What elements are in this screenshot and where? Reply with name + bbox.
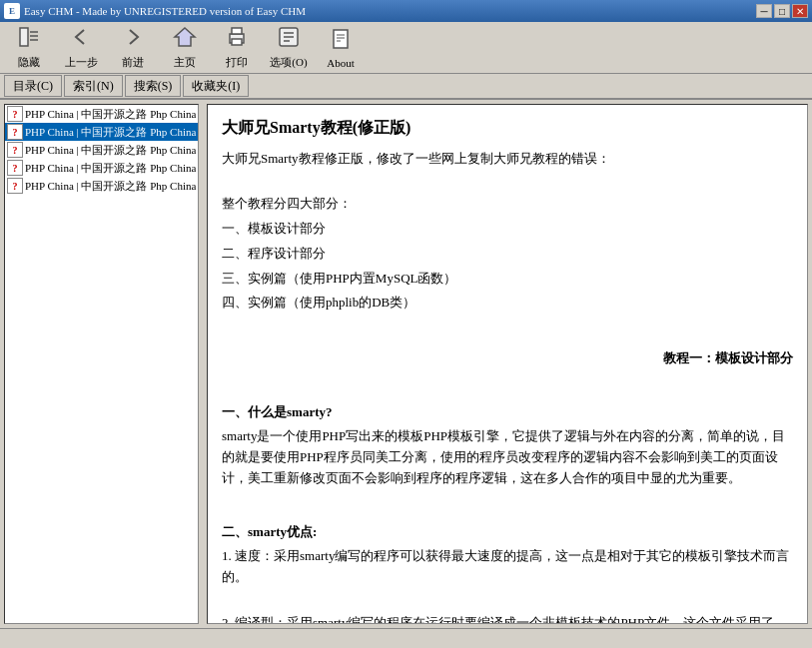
about-label: About [327, 57, 355, 69]
window-controls[interactable]: ─ □ ✕ [756, 4, 808, 18]
home-label: 主页 [174, 55, 196, 70]
maximize-button[interactable]: □ [774, 4, 790, 18]
content-intro: 大师兄Smarty教程修正版，修改了一些网上复制大师兄教程的错误： [222, 149, 793, 170]
splitter[interactable] [201, 100, 205, 628]
lesson-title: 教程一：模板设计部分 [222, 348, 793, 369]
advantage-2: 2. 编译型：采用smarty编写的程序在运行时要编译成一个非模板技术的PHP文… [222, 613, 793, 624]
tab-index[interactable]: 索引(N) [64, 75, 123, 97]
options-label: 选项(O) [270, 55, 307, 70]
section-item-3: 三、实例篇（使用PHP内置MySQL函数） [222, 269, 793, 290]
tree-label-1: PHP China | 中国开源之路 Php China [25, 107, 196, 122]
hide-icon [17, 25, 41, 53]
status-bar [0, 628, 812, 648]
title-bar: E Easy CHM - Made by UNREGISTERED versio… [0, 0, 812, 22]
tree-icon-5: ? [7, 178, 23, 194]
tab-contents[interactable]: 目录(C) [4, 75, 62, 97]
back-label: 上一步 [65, 55, 98, 70]
print-button[interactable]: 打印 [212, 25, 262, 71]
svg-rect-7 [232, 39, 242, 45]
what-is-smarty-body: smarty是一个使用PHP写出来的模板PHP模板引擎，它提供了逻辑与外在内容的… [222, 426, 793, 488]
right-panel[interactable]: 大师兄Smarty教程(修正版) 大师兄Smarty教程修正版，修改了一些网上复… [207, 104, 808, 624]
nav-bar: 目录(C) 索引(N) 搜索(S) 收藏夹(I) [0, 74, 812, 100]
hide-label: 隐藏 [18, 55, 40, 70]
toolbar: 隐藏 上一步 前进 主页 [0, 22, 812, 74]
forward-label: 前进 [122, 55, 144, 70]
svg-rect-6 [232, 28, 242, 34]
advantage-1: 1. 速度：采用smarty编写的程序可以获得最大速度的提高，这一点是相对于其它… [222, 546, 793, 588]
about-icon [329, 27, 353, 55]
tab-favorites[interactable]: 收藏夹(I) [183, 75, 249, 97]
about-button[interactable]: About [316, 25, 366, 71]
back-button[interactable]: 上一步 [56, 25, 106, 71]
forward-button[interactable]: 前进 [108, 25, 158, 71]
tree-label-5: PHP China | 中国开源之路 Php China [25, 179, 196, 194]
section-item-1: 一、模板设计部分 [222, 219, 793, 240]
tab-search[interactable]: 搜索(S) [125, 75, 182, 97]
main-area: ? PHP China | 中国开源之路 Php China ? PHP Chi… [0, 100, 812, 628]
what-is-smarty-heading: 一、什么是smarty? [222, 402, 793, 423]
advantages-heading: 二、smarty优点: [222, 522, 793, 543]
forward-icon [121, 25, 145, 53]
tree-item-5[interactable]: ? PHP China | 中国开源之路 Php China [5, 177, 198, 195]
home-button[interactable]: 主页 [160, 25, 210, 71]
tree-icon-2: ? [7, 124, 23, 140]
tree-icon-3: ? [7, 142, 23, 158]
tree-icon-1: ? [7, 106, 23, 122]
tree-item-1[interactable]: ? PHP China | 中国开源之路 Php China [5, 105, 198, 123]
home-icon [173, 25, 197, 53]
svg-rect-12 [334, 30, 348, 48]
options-icon [277, 25, 301, 53]
title-bar-text: Easy CHM - Made by UNREGISTERED version … [24, 5, 756, 17]
options-button[interactable]: 选项(O) [264, 25, 314, 71]
minimize-button[interactable]: ─ [756, 4, 772, 18]
hide-button[interactable]: 隐藏 [4, 25, 54, 71]
tree-item-4[interactable]: ? PHP China | 中国开源之路 Php China [5, 159, 198, 177]
tree-label-4: PHP China | 中国开源之路 Php China [25, 161, 196, 176]
svg-marker-4 [175, 28, 195, 46]
back-icon [69, 25, 93, 53]
section-heading: 整个教程分四大部分： [222, 194, 793, 215]
section-item-2: 二、程序设计部分 [222, 244, 793, 265]
tree-label-3: PHP China | 中国开源之路 Php China [25, 143, 196, 158]
tree-item-3[interactable]: ? PHP China | 中国开源之路 Php China [5, 141, 198, 159]
close-button[interactable]: ✕ [792, 4, 808, 18]
tree-item-2[interactable]: ? PHP China | 中国开源之路 Php China [5, 123, 198, 141]
tree-icon-4: ? [7, 160, 23, 176]
left-panel[interactable]: ? PHP China | 中国开源之路 Php China ? PHP Chi… [4, 104, 199, 624]
print-icon [225, 25, 249, 53]
tree-label-2: PHP China | 中国开源之路 Php China [25, 125, 196, 140]
svg-rect-0 [20, 28, 28, 46]
section-item-4: 四、实例篇（使用phplib的DB类） [222, 293, 793, 314]
print-label: 打印 [226, 55, 248, 70]
app-icon: E [4, 3, 20, 19]
content-title: 大师兄Smarty教程(修正版) [222, 115, 793, 141]
